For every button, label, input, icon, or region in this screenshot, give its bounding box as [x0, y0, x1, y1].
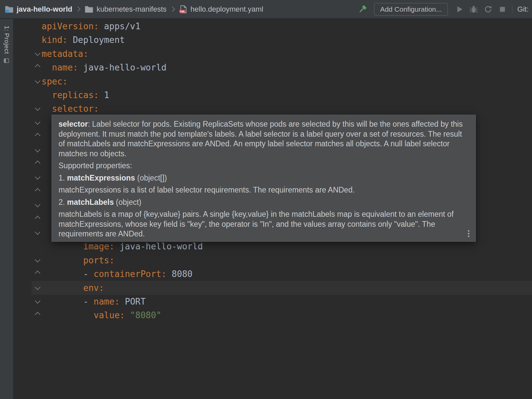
tooltip-term: matchLabels	[67, 198, 114, 206]
fold-marker-icon[interactable]	[35, 202, 41, 207]
code-line[interactable]: env:	[14, 281, 532, 295]
tooltip-term: selector	[59, 120, 88, 128]
breadcrumb-label: hello.deployment.yaml	[191, 5, 263, 14]
tooltip-item-number: 1.	[59, 174, 67, 182]
fold-marker-icon[interactable]	[35, 161, 41, 166]
tooltip-match-expressions-description: matchExpressions is a list of label sele…	[59, 185, 469, 195]
tooltip-selector-description: selector: Label selector for pods. Exist…	[59, 119, 469, 159]
breadcrumb-folder[interactable]: kubernetes-manifests	[84, 5, 166, 14]
debug-bug-icon[interactable]	[469, 5, 478, 14]
tooltip-supported-properties-heading: Supported properties:	[59, 161, 469, 171]
code-token: name:	[94, 297, 120, 307]
tooltip-item-type: (object)	[114, 198, 141, 206]
code-token	[42, 310, 94, 320]
code-token: PORT	[120, 297, 146, 307]
tooltip-property-item: 2. matchLabels (object)	[59, 198, 469, 207]
git-branch-widget[interactable]: Git:	[517, 5, 529, 14]
chevron-right-icon	[170, 7, 175, 12]
code-token: metadata:	[42, 49, 88, 59]
code-line[interactable]: apiVersion: apps/v1	[14, 19, 532, 33]
chevron-right-icon	[75, 7, 81, 12]
breadcrumb-file[interactable]: YML hello.deployment.yaml	[179, 5, 263, 14]
code-token: "8080"	[125, 310, 161, 320]
code-line[interactable]: selector:	[14, 102, 532, 116]
project-tool-window-button[interactable]: 1: Project	[3, 26, 10, 54]
stop-icon[interactable]	[498, 5, 507, 14]
tooltip-property-item: 1. matchExpressions (object[])	[59, 173, 469, 183]
yaml-file-icon: YML	[179, 5, 188, 14]
code-token	[42, 255, 83, 265]
code-token	[42, 63, 52, 72]
toolbar-divider	[512, 5, 512, 14]
code-line[interactable]: name: java-hello-world	[14, 61, 532, 74]
tooltip-item-number: 2.	[59, 198, 67, 206]
code-token: kind:	[42, 35, 67, 45]
project-folder-icon	[5, 5, 14, 14]
svg-text:YML: YML	[180, 10, 185, 13]
tooltip-text: : Label selector for pods. Existing Repl…	[59, 120, 463, 158]
code-token: Deployment	[67, 35, 125, 45]
add-configuration-button[interactable]: Add Configuration...	[374, 3, 448, 16]
left-tool-window-stripe: 1: Project	[0, 19, 13, 399]
code-token: image:	[83, 241, 114, 251]
code-line[interactable]: ports:	[14, 253, 532, 267]
code-line[interactable]: metadata:	[14, 47, 532, 61]
breadcrumb-project[interactable]: java-hello-world	[5, 5, 72, 14]
folder-icon	[84, 5, 93, 14]
code-line[interactable]: value: "8080"	[14, 308, 532, 322]
code-token: apiVersion:	[42, 21, 99, 31]
fold-marker-icon[interactable]	[35, 215, 41, 221]
fold-marker-icon[interactable]	[35, 174, 41, 180]
build-hammer-icon[interactable]	[358, 5, 367, 14]
code-token: java-hello-world	[114, 241, 203, 251]
code-token	[42, 241, 83, 251]
code-line[interactable]: kind: Deployment	[14, 33, 532, 47]
code-token: java-hello-world	[78, 63, 167, 72]
code-token	[42, 283, 83, 293]
code-line[interactable]: replicas: 1	[14, 88, 532, 102]
breadcrumb: java-hello-world kubernetes-manifests YM…	[5, 5, 263, 14]
code-token: selector:	[52, 104, 99, 114]
code-token: -	[42, 269, 94, 279]
breadcrumb-label: kubernetes-manifests	[96, 5, 166, 14]
code-token: env:	[83, 283, 104, 293]
run-toolbar: Add Configuration... Git:	[358, 3, 529, 16]
tooltip-item-type: (object[])	[135, 174, 167, 182]
fold-marker-icon[interactable]	[35, 188, 41, 194]
code-line[interactable]: spec:	[14, 74, 532, 88]
code-token: replicas:	[52, 90, 99, 100]
fold-marker-icon[interactable]	[35, 133, 41, 139]
code-token: -	[42, 297, 94, 307]
code-token: spec:	[42, 76, 67, 86]
run-icon[interactable]	[455, 5, 464, 14]
code-token: ports:	[83, 255, 114, 265]
run-with-coverage-icon[interactable]	[483, 5, 493, 14]
main-toolbar: java-hello-world kubernetes-manifests YM…	[0, 0, 532, 19]
code-token: apps/v1	[99, 21, 140, 31]
code-token: containerPort:	[94, 269, 167, 279]
code-token: 8080	[167, 269, 193, 279]
fold-marker-icon[interactable]	[35, 229, 41, 235]
tooltip-match-labels-description: matchLabels is a map of {key,value} pair…	[59, 209, 469, 239]
kebab-menu-icon[interactable]	[468, 229, 469, 238]
code-token: value:	[94, 310, 125, 320]
code-line[interactable]: - containerPort: 8080	[14, 267, 532, 281]
documentation-tooltip: selector: Label selector for pods. Exist…	[52, 115, 476, 242]
code-token	[42, 90, 52, 100]
code-token	[42, 104, 52, 114]
code-line[interactable]: - name: PORT	[14, 295, 532, 309]
tooltip-term: matchExpressions	[67, 174, 135, 182]
breadcrumb-label: java-hello-world	[17, 5, 72, 14]
code-token: name:	[52, 63, 78, 72]
fold-marker-icon[interactable]	[35, 147, 41, 152]
project-tool-window-icon[interactable]	[4, 58, 9, 64]
code-token: 1	[99, 90, 109, 100]
fold-marker-icon[interactable]	[35, 119, 41, 125]
